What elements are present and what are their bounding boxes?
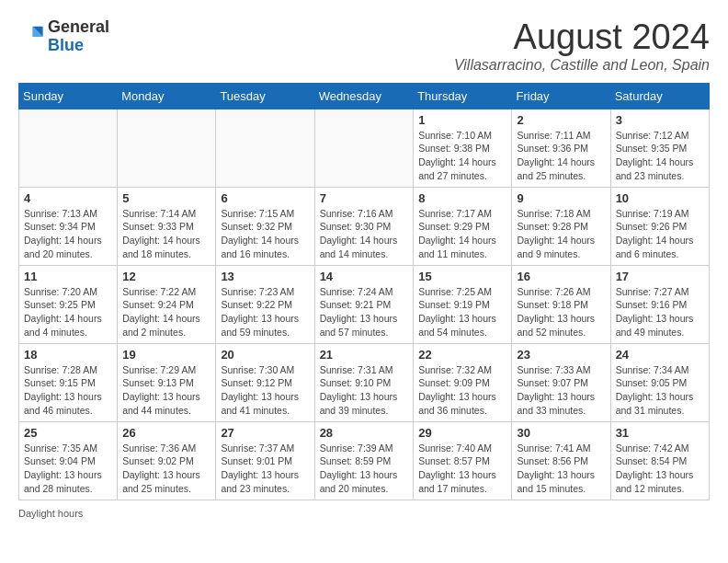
calendar-cell — [216, 109, 314, 187]
week-row-1: 1Sunrise: 7:10 AM Sunset: 9:38 PM Daylig… — [19, 109, 710, 187]
day-detail: Sunrise: 7:40 AM Sunset: 8:57 PM Dayligh… — [418, 442, 506, 496]
calendar-cell — [118, 109, 216, 187]
calendar-cell: 3Sunrise: 7:12 AM Sunset: 9:35 PM Daylig… — [610, 109, 709, 187]
calendar-header-saturday: Saturday — [610, 83, 709, 109]
day-number: 4 — [24, 191, 112, 205]
day-number: 28 — [320, 426, 409, 440]
calendar-cell: 20Sunrise: 7:30 AM Sunset: 9:12 PM Dayli… — [216, 343, 314, 421]
day-detail: Sunrise: 7:26 AM Sunset: 9:18 PM Dayligh… — [517, 285, 605, 339]
day-detail: Sunrise: 7:16 AM Sunset: 9:30 PM Dayligh… — [320, 207, 409, 261]
day-detail: Sunrise: 7:17 AM Sunset: 9:29 PM Dayligh… — [418, 207, 506, 261]
day-detail: Sunrise: 7:30 AM Sunset: 9:12 PM Dayligh… — [221, 363, 309, 418]
day-number: 22 — [418, 348, 506, 362]
calendar-cell: 21Sunrise: 7:31 AM Sunset: 9:10 PM Dayli… — [314, 343, 414, 421]
day-number: 16 — [517, 270, 605, 283]
day-number: 19 — [122, 348, 210, 362]
day-detail: Sunrise: 7:13 AM Sunset: 9:34 PM Dayligh… — [24, 207, 112, 261]
calendar-cell: 23Sunrise: 7:33 AM Sunset: 9:07 PM Dayli… — [512, 343, 610, 421]
calendar-cell: 31Sunrise: 7:42 AM Sunset: 8:54 PM Dayli… — [610, 421, 709, 500]
day-detail: Sunrise: 7:18 AM Sunset: 9:28 PM Dayligh… — [517, 207, 605, 261]
day-number: 24 — [616, 348, 704, 362]
logo: General Blue — [18, 18, 109, 55]
calendar-cell — [314, 109, 414, 187]
day-detail: Sunrise: 7:31 AM Sunset: 9:10 PM Dayligh… — [320, 363, 409, 418]
month-year-title: August 2024 — [454, 18, 710, 57]
day-number: 2 — [517, 113, 605, 127]
calendar-table: SundayMondayTuesdayWednesdayThursdayFrid… — [18, 83, 710, 500]
day-detail: Sunrise: 7:29 AM Sunset: 9:13 PM Dayligh… — [122, 363, 210, 418]
calendar-cell: 2Sunrise: 7:11 AM Sunset: 9:36 PM Daylig… — [512, 109, 610, 187]
day-number: 15 — [418, 270, 506, 283]
day-number: 13 — [221, 270, 309, 283]
day-detail: Sunrise: 7:11 AM Sunset: 9:36 PM Dayligh… — [517, 129, 605, 183]
calendar-cell: 11Sunrise: 7:20 AM Sunset: 9:25 PM Dayli… — [19, 265, 118, 343]
calendar-cell: 22Sunrise: 7:32 AM Sunset: 9:09 PM Dayli… — [414, 343, 512, 421]
day-detail: Sunrise: 7:19 AM Sunset: 9:26 PM Dayligh… — [616, 207, 704, 261]
calendar-cell: 26Sunrise: 7:36 AM Sunset: 9:02 PM Dayli… — [118, 421, 216, 500]
week-row-3: 11Sunrise: 7:20 AM Sunset: 9:25 PM Dayli… — [19, 265, 710, 343]
calendar-cell: 13Sunrise: 7:23 AM Sunset: 9:22 PM Dayli… — [216, 265, 314, 343]
calendar-cell: 6Sunrise: 7:15 AM Sunset: 9:32 PM Daylig… — [216, 187, 314, 265]
day-detail: Sunrise: 7:22 AM Sunset: 9:24 PM Dayligh… — [122, 285, 210, 339]
day-detail: Sunrise: 7:14 AM Sunset: 9:33 PM Dayligh… — [122, 207, 210, 261]
calendar-cell — [19, 109, 118, 187]
calendar-cell: 19Sunrise: 7:29 AM Sunset: 9:13 PM Dayli… — [118, 343, 216, 421]
calendar-header-monday: Monday — [118, 83, 216, 109]
day-number: 27 — [221, 426, 309, 440]
logo-general-text: General — [48, 18, 109, 37]
calendar-cell: 30Sunrise: 7:41 AM Sunset: 8:56 PM Dayli… — [512, 421, 610, 500]
day-number: 14 — [320, 270, 409, 283]
day-number: 3 — [616, 113, 704, 127]
calendar-cell: 29Sunrise: 7:40 AM Sunset: 8:57 PM Dayli… — [414, 421, 512, 500]
calendar-cell: 28Sunrise: 7:39 AM Sunset: 8:59 PM Dayli… — [314, 421, 414, 500]
title-block: August 2024 Villasarracino, Castille and… — [454, 18, 710, 74]
day-detail: Sunrise: 7:27 AM Sunset: 9:16 PM Dayligh… — [616, 285, 704, 339]
calendar-header-friday: Friday — [512, 83, 610, 109]
day-detail: Sunrise: 7:28 AM Sunset: 9:15 PM Dayligh… — [24, 363, 112, 418]
day-detail: Sunrise: 7:41 AM Sunset: 8:56 PM Dayligh… — [517, 442, 605, 496]
calendar-cell: 14Sunrise: 7:24 AM Sunset: 9:21 PM Dayli… — [314, 265, 414, 343]
calendar-cell: 8Sunrise: 7:17 AM Sunset: 9:29 PM Daylig… — [414, 187, 512, 265]
calendar-cell: 24Sunrise: 7:34 AM Sunset: 9:05 PM Dayli… — [610, 343, 709, 421]
day-number: 21 — [320, 348, 409, 362]
day-number: 8 — [418, 191, 506, 205]
day-detail: Sunrise: 7:35 AM Sunset: 9:04 PM Dayligh… — [24, 442, 112, 496]
logo-icon — [18, 24, 44, 50]
day-number: 7 — [320, 191, 409, 205]
calendar-header-sunday: Sunday — [19, 83, 118, 109]
day-detail: Sunrise: 7:36 AM Sunset: 9:02 PM Dayligh… — [122, 442, 210, 496]
day-detail: Sunrise: 7:37 AM Sunset: 9:01 PM Dayligh… — [221, 442, 309, 496]
day-number: 12 — [122, 270, 210, 283]
day-number: 31 — [616, 426, 704, 440]
day-detail: Sunrise: 7:39 AM Sunset: 8:59 PM Dayligh… — [320, 442, 409, 496]
calendar-cell: 10Sunrise: 7:19 AM Sunset: 9:26 PM Dayli… — [610, 187, 709, 265]
day-detail: Sunrise: 7:15 AM Sunset: 9:32 PM Dayligh… — [221, 207, 309, 261]
day-detail: Sunrise: 7:12 AM Sunset: 9:35 PM Dayligh… — [616, 129, 704, 183]
day-number: 17 — [616, 270, 704, 283]
day-detail: Sunrise: 7:42 AM Sunset: 8:54 PM Dayligh… — [616, 442, 704, 496]
calendar-cell: 1Sunrise: 7:10 AM Sunset: 9:38 PM Daylig… — [414, 109, 512, 187]
calendar-cell: 15Sunrise: 7:25 AM Sunset: 9:19 PM Dayli… — [414, 265, 512, 343]
week-row-5: 25Sunrise: 7:35 AM Sunset: 9:04 PM Dayli… — [19, 421, 710, 500]
day-number: 20 — [221, 348, 309, 362]
day-detail: Sunrise: 7:33 AM Sunset: 9:07 PM Dayligh… — [517, 363, 605, 418]
calendar-cell: 9Sunrise: 7:18 AM Sunset: 9:28 PM Daylig… — [512, 187, 610, 265]
day-detail: Sunrise: 7:24 AM Sunset: 9:21 PM Dayligh… — [320, 285, 409, 339]
day-number: 30 — [517, 426, 605, 440]
location-subtitle: Villasarracino, Castille and Leon, Spain — [454, 57, 710, 74]
calendar-cell: 16Sunrise: 7:26 AM Sunset: 9:18 PM Dayli… — [512, 265, 610, 343]
day-detail: Sunrise: 7:23 AM Sunset: 9:22 PM Dayligh… — [221, 285, 309, 339]
week-row-4: 18Sunrise: 7:28 AM Sunset: 9:15 PM Dayli… — [19, 343, 710, 421]
page-header: General Blue August 2024 Villasarracino,… — [18, 18, 710, 74]
day-number: 29 — [418, 426, 506, 440]
calendar-cell: 4Sunrise: 7:13 AM Sunset: 9:34 PM Daylig… — [19, 187, 118, 265]
calendar-cell: 27Sunrise: 7:37 AM Sunset: 9:01 PM Dayli… — [216, 421, 314, 500]
daylight-note: Daylight hours — [18, 508, 710, 519]
day-number: 11 — [24, 270, 112, 283]
calendar-cell: 12Sunrise: 7:22 AM Sunset: 9:24 PM Dayli… — [118, 265, 216, 343]
calendar-cell: 17Sunrise: 7:27 AM Sunset: 9:16 PM Dayli… — [610, 265, 709, 343]
day-number: 6 — [221, 191, 309, 205]
day-number: 9 — [517, 191, 605, 205]
day-number: 26 — [122, 426, 210, 440]
day-detail: Sunrise: 7:25 AM Sunset: 9:19 PM Dayligh… — [418, 285, 506, 339]
